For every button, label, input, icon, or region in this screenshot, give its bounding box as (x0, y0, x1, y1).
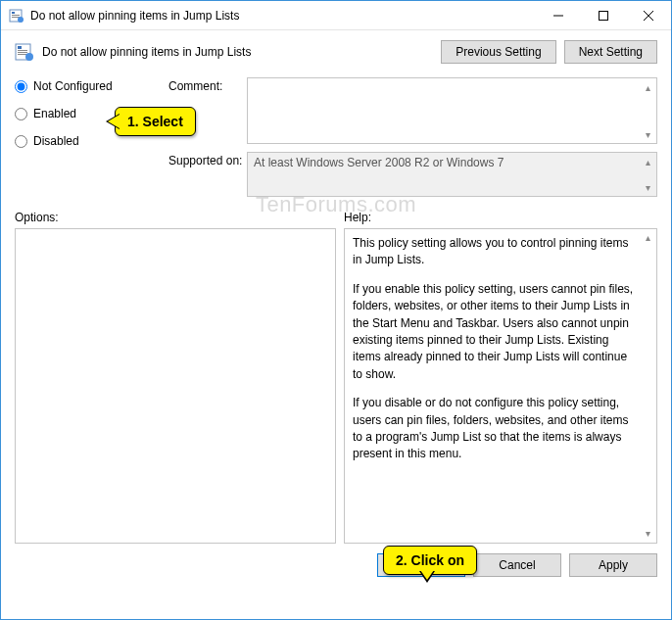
scroll-down-icon[interactable]: ▾ (640, 526, 655, 542)
supported-textarea: At least Windows Server 2008 R2 or Windo… (247, 152, 657, 197)
help-paragraph: If you disable or do not configure this … (353, 395, 637, 463)
help-paragraph: This policy setting allows you to contro… (353, 235, 637, 269)
annotation-callout-2: 2. Click on (383, 546, 477, 575)
radio-disabled-input[interactable] (15, 135, 27, 148)
annotation-text-2: 2. Click on (396, 552, 464, 568)
radio-not-configured-label: Not Configured (33, 79, 113, 93)
scroll-down-icon[interactable]: ▾ (640, 179, 655, 195)
supported-label: Supported on: (168, 152, 247, 197)
supported-value: At least Windows Server 2008 R2 or Windo… (254, 156, 504, 169)
cancel-button[interactable]: Cancel (473, 553, 561, 577)
annotation-text-1: 1. Select (127, 114, 183, 129)
svg-rect-2 (12, 15, 20, 16)
svg-rect-12 (18, 52, 27, 53)
help-label: Help: (344, 211, 371, 224)
maximize-button[interactable] (581, 1, 626, 30)
scroll-down-icon[interactable]: ▾ (640, 126, 655, 142)
scroll-up-icon[interactable]: ▴ (640, 230, 655, 246)
svg-rect-13 (18, 54, 27, 55)
svg-point-4 (18, 17, 24, 23)
scroll-up-icon[interactable]: ▴ (640, 79, 655, 95)
help-panel: This policy setting allows you to contro… (344, 228, 657, 544)
previous-setting-button[interactable]: Previous Setting (441, 40, 555, 64)
svg-rect-1 (12, 12, 15, 14)
radio-disabled-label: Disabled (33, 134, 79, 148)
annotation-callout-1: 1. Select (115, 107, 196, 136)
scroll-up-icon[interactable]: ▴ (640, 154, 655, 169)
options-panel (15, 228, 336, 544)
titlebar: Do not allow pinning items in Jump Lists (1, 1, 671, 30)
comment-textarea[interactable]: ▴ ▾ (247, 77, 657, 144)
header-row: Do not allow pinning items in Jump Lists… (15, 40, 657, 64)
svg-rect-11 (18, 50, 27, 51)
radio-enabled-label: Enabled (33, 107, 76, 120)
radio-enabled-input[interactable] (15, 108, 27, 120)
svg-rect-10 (18, 46, 22, 49)
policy-icon (9, 8, 24, 24)
minimize-button[interactable] (536, 1, 581, 30)
radio-disabled[interactable]: Disabled (15, 134, 157, 148)
close-button[interactable] (626, 1, 671, 30)
svg-rect-6 (600, 11, 608, 20)
apply-button[interactable]: Apply (569, 553, 657, 577)
policy-header-icon (15, 42, 34, 62)
page-title: Do not allow pinning items in Jump Lists (42, 45, 441, 59)
help-paragraph: If you enable this policy setting, users… (353, 281, 637, 383)
svg-rect-3 (12, 17, 20, 18)
radio-not-configured-input[interactable] (15, 80, 27, 93)
svg-point-14 (25, 53, 33, 61)
state-radio-group: Not Configured Enabled Disabled (15, 77, 157, 205)
window-title: Do not allow pinning items in Jump Lists (30, 9, 536, 23)
radio-not-configured[interactable]: Not Configured (15, 79, 157, 93)
window-controls (536, 1, 671, 30)
options-label: Options: (15, 211, 344, 224)
next-setting-button[interactable]: Next Setting (564, 40, 657, 64)
